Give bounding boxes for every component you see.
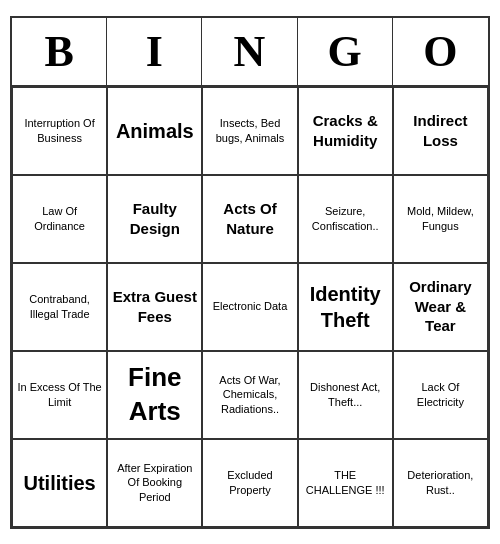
bingo-cell: Acts Of Nature: [202, 175, 297, 263]
bingo-cell: Fine Arts: [107, 351, 202, 439]
bingo-grid: Interruption Of BusinessAnimalsInsects, …: [12, 87, 488, 527]
bingo-cell: Interruption Of Business: [12, 87, 107, 175]
header-letter: B: [12, 18, 107, 85]
header-letter: O: [393, 18, 488, 85]
bingo-cell: THE CHALLENGE !!!: [298, 439, 393, 527]
header-letter: I: [107, 18, 202, 85]
bingo-cell: Dishonest Act, Theft...: [298, 351, 393, 439]
header-letter: G: [298, 18, 393, 85]
bingo-cell: Insects, Bed bugs, Animals: [202, 87, 297, 175]
bingo-cell: Ordinary Wear & Tear: [393, 263, 488, 351]
bingo-cell: Faulty Design: [107, 175, 202, 263]
bingo-cell: Seizure, Confiscation..: [298, 175, 393, 263]
bingo-cell: Law Of Ordinance: [12, 175, 107, 263]
bingo-cell: Cracks & Humidity: [298, 87, 393, 175]
bingo-card: BINGO Interruption Of BusinessAnimalsIns…: [10, 16, 490, 529]
bingo-cell: Indirect Loss: [393, 87, 488, 175]
bingo-cell: After Expiration Of Booking Period: [107, 439, 202, 527]
bingo-cell: Identity Theft: [298, 263, 393, 351]
bingo-cell: Mold, Mildew, Fungus: [393, 175, 488, 263]
bingo-cell: Excluded Property: [202, 439, 297, 527]
bingo-cell: In Excess Of The Limit: [12, 351, 107, 439]
bingo-cell: Utilities: [12, 439, 107, 527]
bingo-cell: Deterioration, Rust..: [393, 439, 488, 527]
bingo-cell: Extra Guest Fees: [107, 263, 202, 351]
bingo-cell: Animals: [107, 87, 202, 175]
bingo-cell: Lack Of Electricity: [393, 351, 488, 439]
bingo-header: BINGO: [12, 18, 488, 87]
bingo-cell: Electronic Data: [202, 263, 297, 351]
bingo-cell: Acts Of War, Chemicals, Radiations..: [202, 351, 297, 439]
header-letter: N: [202, 18, 297, 85]
bingo-cell: Contraband, Illegal Trade: [12, 263, 107, 351]
